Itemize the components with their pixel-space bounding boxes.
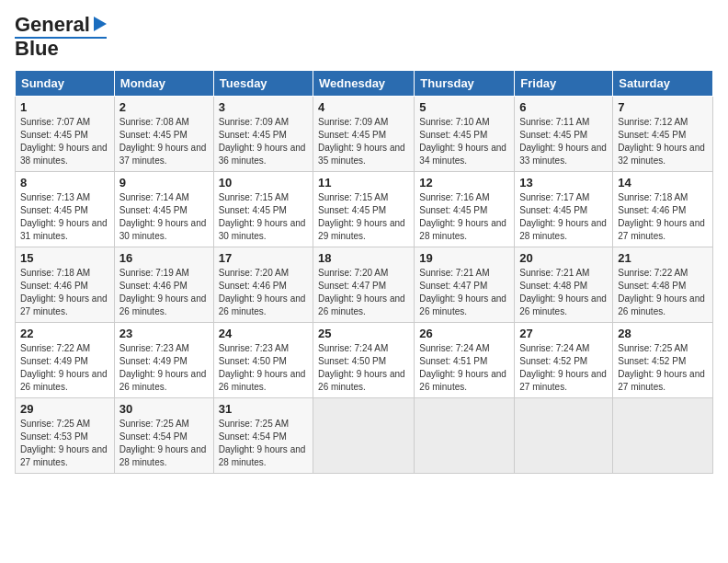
calendar-table: SundayMondayTuesdayWednesdayThursdayFrid…: [15, 70, 713, 474]
day-number: 9: [119, 176, 209, 190]
logo: General Blue: [15, 15, 107, 59]
calendar-cell: 27 Sunrise: 7:24 AMSunset: 4:52 PMDaylig…: [515, 323, 613, 398]
calendar-cell: 28 Sunrise: 7:25 AMSunset: 4:52 PMDaylig…: [613, 323, 713, 398]
day-number: 4: [318, 100, 409, 114]
calendar-cell: 29 Sunrise: 7:25 AMSunset: 4:53 PMDaylig…: [16, 398, 115, 474]
day-number: 20: [519, 251, 608, 265]
calendar-cell: 30 Sunrise: 7:25 AMSunset: 4:54 PMDaylig…: [114, 398, 213, 474]
day-detail: Sunrise: 7:13 AMSunset: 4:45 PMDaylight:…: [20, 192, 108, 241]
calendar-cell: 22 Sunrise: 7:22 AMSunset: 4:49 PMDaylig…: [16, 323, 115, 398]
day-number: 12: [419, 176, 509, 190]
calendar-cell: 19 Sunrise: 7:21 AMSunset: 4:47 PMDaylig…: [415, 247, 515, 323]
day-detail: Sunrise: 7:24 AMSunset: 4:51 PMDaylight:…: [419, 343, 506, 392]
calendar-cell: 31 Sunrise: 7:25 AMSunset: 4:54 PMDaylig…: [213, 398, 313, 474]
calendar-cell: 6 Sunrise: 7:11 AMSunset: 4:45 PMDayligh…: [515, 97, 613, 172]
calendar-cell: 26 Sunrise: 7:24 AMSunset: 4:51 PMDaylig…: [415, 323, 515, 398]
day-detail: Sunrise: 7:21 AMSunset: 4:47 PMDaylight:…: [419, 268, 506, 316]
day-number: 22: [20, 327, 109, 340]
calendar-cell: 17 Sunrise: 7:20 AMSunset: 4:46 PMDaylig…: [213, 247, 313, 323]
calendar-cell: 12 Sunrise: 7:16 AMSunset: 4:45 PMDaylig…: [415, 172, 515, 247]
day-number: 11: [318, 176, 409, 190]
header: General Blue: [15, 15, 713, 59]
day-number: 26: [419, 327, 509, 340]
day-detail: Sunrise: 7:25 AMSunset: 4:52 PMDaylight:…: [618, 343, 705, 392]
day-number: 19: [419, 251, 509, 265]
day-header-saturday: Saturday: [613, 71, 713, 97]
calendar-cell: 8 Sunrise: 7:13 AMSunset: 4:45 PMDayligh…: [16, 172, 115, 247]
day-number: 15: [20, 251, 109, 265]
day-detail: Sunrise: 7:22 AMSunset: 4:48 PMDaylight:…: [618, 268, 705, 316]
day-header-monday: Monday: [114, 71, 213, 97]
day-number: 5: [419, 100, 509, 114]
calendar-cell: 10 Sunrise: 7:15 AMSunset: 4:45 PMDaylig…: [213, 172, 313, 247]
calendar-cell: 20 Sunrise: 7:21 AMSunset: 4:48 PMDaylig…: [515, 247, 613, 323]
day-detail: Sunrise: 7:21 AMSunset: 4:48 PMDaylight:…: [519, 268, 607, 316]
day-number: 21: [618, 251, 708, 265]
day-number: 2: [119, 100, 209, 114]
calendar-header-row: SundayMondayTuesdayWednesdayThursdayFrid…: [16, 71, 713, 97]
day-detail: Sunrise: 7:24 AMSunset: 4:50 PMDaylight:…: [318, 343, 405, 392]
calendar-cell: [415, 398, 515, 474]
calendar-week-1: 1 Sunrise: 7:07 AMSunset: 4:45 PMDayligh…: [16, 97, 713, 172]
calendar-cell: 5 Sunrise: 7:10 AMSunset: 4:45 PMDayligh…: [415, 97, 515, 172]
calendar-cell: 9 Sunrise: 7:14 AMSunset: 4:45 PMDayligh…: [114, 172, 213, 247]
day-detail: Sunrise: 7:09 AMSunset: 4:45 PMDaylight:…: [318, 117, 405, 166]
day-number: 7: [618, 100, 708, 114]
day-detail: Sunrise: 7:17 AMSunset: 4:45 PMDaylight:…: [519, 192, 607, 241]
day-header-sunday: Sunday: [16, 71, 115, 97]
calendar-cell: 11 Sunrise: 7:15 AMSunset: 4:45 PMDaylig…: [313, 172, 415, 247]
calendar-cell: 18 Sunrise: 7:20 AMSunset: 4:47 PMDaylig…: [313, 247, 415, 323]
day-number: 3: [219, 100, 308, 114]
day-number: 27: [519, 327, 608, 340]
calendar-cell: [515, 398, 613, 474]
calendar-cell: 4 Sunrise: 7:09 AMSunset: 4:45 PMDayligh…: [313, 97, 415, 172]
day-header-thursday: Thursday: [415, 71, 515, 97]
day-detail: Sunrise: 7:12 AMSunset: 4:45 PMDaylight:…: [618, 117, 705, 166]
day-number: 18: [318, 251, 409, 265]
calendar-cell: 2 Sunrise: 7:08 AMSunset: 4:45 PMDayligh…: [114, 97, 213, 172]
day-detail: Sunrise: 7:15 AMSunset: 4:45 PMDaylight:…: [318, 192, 405, 241]
logo-blue: Blue: [15, 39, 59, 59]
calendar-cell: 25 Sunrise: 7:24 AMSunset: 4:50 PMDaylig…: [313, 323, 415, 398]
day-detail: Sunrise: 7:20 AMSunset: 4:47 PMDaylight:…: [318, 268, 405, 316]
day-detail: Sunrise: 7:09 AMSunset: 4:45 PMDaylight:…: [219, 117, 306, 166]
day-detail: Sunrise: 7:25 AMSunset: 4:54 PMDaylight:…: [119, 419, 207, 467]
day-number: 29: [20, 402, 109, 416]
day-number: 17: [219, 251, 308, 265]
day-header-tuesday: Tuesday: [213, 71, 313, 97]
calendar-cell: [313, 398, 415, 474]
calendar-cell: 7 Sunrise: 7:12 AMSunset: 4:45 PMDayligh…: [613, 97, 713, 172]
day-number: 28: [618, 327, 708, 340]
day-detail: Sunrise: 7:11 AMSunset: 4:45 PMDaylight:…: [519, 117, 607, 166]
calendar-cell: 13 Sunrise: 7:17 AMSunset: 4:45 PMDaylig…: [515, 172, 613, 247]
calendar-week-3: 15 Sunrise: 7:18 AMSunset: 4:46 PMDaylig…: [16, 247, 713, 323]
day-detail: Sunrise: 7:25 AMSunset: 4:53 PMDaylight:…: [20, 419, 108, 467]
day-detail: Sunrise: 7:24 AMSunset: 4:52 PMDaylight:…: [519, 343, 607, 392]
calendar-cell: 16 Sunrise: 7:19 AMSunset: 4:46 PMDaylig…: [114, 247, 213, 323]
day-detail: Sunrise: 7:20 AMSunset: 4:46 PMDaylight:…: [219, 268, 306, 316]
day-header-wednesday: Wednesday: [313, 71, 415, 97]
calendar-body: 1 Sunrise: 7:07 AMSunset: 4:45 PMDayligh…: [16, 97, 713, 474]
day-number: 13: [519, 176, 608, 190]
logo-general: General: [15, 15, 90, 35]
day-detail: Sunrise: 7:18 AMSunset: 4:46 PMDaylight:…: [20, 268, 108, 316]
day-header-friday: Friday: [515, 71, 613, 97]
day-number: 16: [119, 251, 209, 265]
logo-arrow-icon: [94, 17, 107, 31]
day-detail: Sunrise: 7:08 AMSunset: 4:45 PMDaylight:…: [119, 117, 207, 166]
day-detail: Sunrise: 7:14 AMSunset: 4:45 PMDaylight:…: [119, 192, 207, 241]
day-detail: Sunrise: 7:10 AMSunset: 4:45 PMDaylight:…: [419, 117, 506, 166]
calendar-week-5: 29 Sunrise: 7:25 AMSunset: 4:53 PMDaylig…: [16, 398, 713, 474]
day-detail: Sunrise: 7:16 AMSunset: 4:45 PMDaylight:…: [419, 192, 506, 241]
day-number: 14: [618, 176, 708, 190]
day-detail: Sunrise: 7:23 AMSunset: 4:50 PMDaylight:…: [219, 343, 306, 392]
day-detail: Sunrise: 7:22 AMSunset: 4:49 PMDaylight:…: [20, 343, 108, 392]
day-detail: Sunrise: 7:19 AMSunset: 4:46 PMDaylight:…: [119, 268, 207, 316]
calendar-cell: 24 Sunrise: 7:23 AMSunset: 4:50 PMDaylig…: [213, 323, 313, 398]
day-number: 30: [119, 402, 209, 416]
calendar-week-4: 22 Sunrise: 7:22 AMSunset: 4:49 PMDaylig…: [16, 323, 713, 398]
calendar-cell: 14 Sunrise: 7:18 AMSunset: 4:46 PMDaylig…: [613, 172, 713, 247]
day-number: 31: [219, 402, 308, 416]
day-number: 25: [318, 327, 409, 340]
day-detail: Sunrise: 7:15 AMSunset: 4:45 PMDaylight:…: [219, 192, 306, 241]
